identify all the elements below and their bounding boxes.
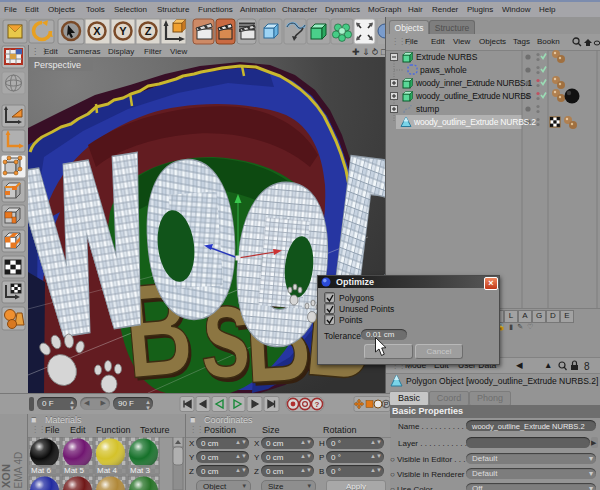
svg-text:Mat 3: Mat 3 xyxy=(130,466,151,475)
svg-text:Perspective: Perspective xyxy=(34,60,81,70)
svg-text:P: P xyxy=(384,401,389,408)
svg-text:Z: Z xyxy=(145,25,152,37)
svg-text:?: ? xyxy=(315,400,320,409)
svg-text:X: X xyxy=(93,25,101,37)
svg-text:Mat 6: Mat 6 xyxy=(31,466,52,475)
svg-text:Y: Y xyxy=(119,25,127,37)
svg-text:Mat 4: Mat 4 xyxy=(97,466,118,475)
svg-text:Mat 5: Mat 5 xyxy=(64,466,85,475)
svg-text:8: 8 xyxy=(584,361,590,372)
